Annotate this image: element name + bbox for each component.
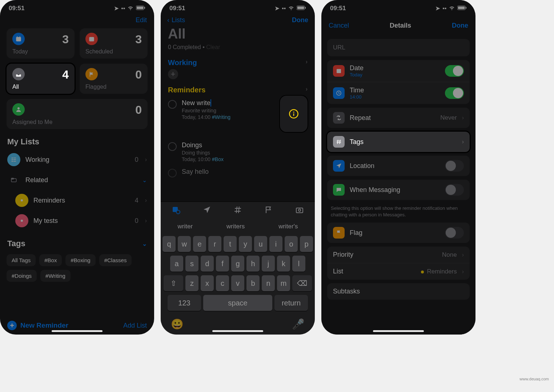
emoji-icon[interactable]: 😀 xyxy=(171,318,184,330)
edit-button[interactable]: Edit xyxy=(136,16,147,24)
key[interactable]: s xyxy=(185,256,198,272)
page-title: All xyxy=(161,25,315,43)
tags-row[interactable]: Tags › xyxy=(327,132,470,152)
info-button[interactable] xyxy=(280,96,308,132)
camera-icon[interactable] xyxy=(295,205,304,216)
list-mytests[interactable]: My tests 0 › xyxy=(0,211,154,231)
tags-header[interactable]: Tags ⌄ xyxy=(0,231,154,251)
smart-list-all[interactable]: 4 All xyxy=(7,64,75,94)
key[interactable]: f xyxy=(216,256,229,272)
repeat-row[interactable]: Repeat Never › xyxy=(327,108,470,128)
key[interactable]: g xyxy=(231,256,244,272)
backspace-key[interactable]: ⌫ xyxy=(292,275,312,291)
home-indicator[interactable] xyxy=(52,330,103,332)
key[interactable]: u xyxy=(254,236,267,252)
flag-icon[interactable] xyxy=(264,205,273,216)
suggestion[interactable]: writer xyxy=(178,223,193,230)
shift-key[interactable]: ⇧ xyxy=(164,275,183,291)
tag-writing[interactable]: #Writing xyxy=(40,270,71,282)
reminder-row[interactable]: Say hello xyxy=(161,165,315,180)
tag-boxing[interactable]: #Boxing xyxy=(65,254,95,266)
completed-line[interactable]: 0 Completed • Clear xyxy=(161,43,315,55)
back-button[interactable]: ‹ Lists xyxy=(167,16,185,24)
home-indicator[interactable] xyxy=(212,330,263,332)
key[interactable]: a xyxy=(170,256,183,272)
priority-row[interactable]: Priority None › xyxy=(327,247,470,263)
reminder-row-editing[interactable]: New write Favorite writing Today, 14:00 … xyxy=(161,96,315,139)
mic-icon[interactable]: 🎤 xyxy=(292,318,305,330)
plus-circle-icon: + xyxy=(7,321,17,330)
cancel-button[interactable]: Cancel xyxy=(329,22,349,29)
add-reminder-inline[interactable]: + xyxy=(168,69,178,79)
calendar-clock-icon[interactable] xyxy=(172,205,180,216)
reminder-row[interactable]: Doings Doing things Today, 10:00 #Box xyxy=(161,139,315,165)
svg-point-22 xyxy=(293,112,294,113)
return-key[interactable]: return xyxy=(274,295,308,311)
add-list-button[interactable]: Add List xyxy=(123,322,147,329)
calendar-icon xyxy=(85,33,98,45)
done-button[interactable]: Done xyxy=(292,16,308,24)
checkbox-circle[interactable] xyxy=(168,169,177,177)
smart-list-today[interactable]: 3 Today xyxy=(7,28,75,59)
key[interactable]: t xyxy=(224,236,237,252)
key[interactable]: k xyxy=(277,256,290,272)
suggestion[interactable]: writers xyxy=(226,223,245,230)
key[interactable]: i xyxy=(269,236,282,252)
new-reminder-button[interactable]: + New Reminder xyxy=(7,321,68,330)
key[interactable]: c xyxy=(216,275,229,291)
home-indicator[interactable] xyxy=(373,330,424,332)
status-bar: 09:51 ➤ ▪▪ xyxy=(321,0,475,13)
key[interactable]: n xyxy=(262,275,275,291)
smart-list-scheduled[interactable]: 3 Scheduled xyxy=(80,28,148,59)
smart-list-assigned[interactable]: 0 Assigned to Me xyxy=(7,99,148,129)
key[interactable]: m xyxy=(277,275,290,291)
key[interactable]: o xyxy=(285,236,298,252)
key[interactable]: h xyxy=(246,256,260,272)
messaging-toggle[interactable] xyxy=(445,184,464,196)
checkbox-circle[interactable] xyxy=(168,100,177,109)
done-button[interactable]: Done xyxy=(452,22,468,29)
numeric-key[interactable]: 123 xyxy=(168,295,201,311)
flag-toggle[interactable] xyxy=(445,227,464,239)
hashtag-icon[interactable] xyxy=(233,205,242,216)
svg-point-27 xyxy=(298,209,301,211)
location-toggle[interactable] xyxy=(445,160,464,172)
key[interactable]: r xyxy=(208,236,221,252)
checkbox-circle[interactable] xyxy=(168,142,177,151)
tag-doings[interactable]: #Doings xyxy=(7,270,37,282)
time-row[interactable]: Time 14:00 xyxy=(327,82,470,104)
messaging-row[interactable]: When Messaging xyxy=(327,180,470,200)
subtasks-row[interactable]: Subtasks xyxy=(327,283,470,300)
tag-classes[interactable]: #Classes xyxy=(99,254,132,266)
key[interactable]: q xyxy=(162,236,176,252)
smart-list-flagged[interactable]: 0 Flagged xyxy=(80,64,148,94)
key[interactable]: x xyxy=(201,275,214,291)
list-reminders[interactable]: Reminders 4 › xyxy=(0,190,154,211)
list-related-folder[interactable]: Related ⌄ xyxy=(0,170,154,190)
key[interactable]: l xyxy=(292,256,305,272)
flag-row[interactable]: Flag xyxy=(327,223,470,243)
key[interactable]: v xyxy=(231,275,244,291)
group-reminders[interactable]: Reminders› xyxy=(161,82,315,96)
url-field[interactable]: URL xyxy=(327,39,470,56)
tag-box[interactable]: #Box xyxy=(39,254,62,266)
list-working[interactable]: Working 0 › xyxy=(0,149,154,170)
key[interactable]: e xyxy=(193,236,206,252)
key[interactable]: w xyxy=(178,236,191,252)
group-working[interactable]: Working› xyxy=(161,55,315,69)
tag-all[interactable]: All Tags xyxy=(7,254,36,266)
space-key[interactable]: space xyxy=(203,295,272,311)
time-toggle[interactable] xyxy=(445,87,464,99)
date-toggle[interactable] xyxy=(445,65,464,77)
list-row[interactable]: List Reminders › xyxy=(327,263,470,280)
key[interactable]: d xyxy=(201,256,214,272)
date-row[interactable]: Date Today xyxy=(327,60,470,82)
key[interactable]: p xyxy=(300,236,313,252)
key[interactable]: j xyxy=(262,256,275,272)
location-icon[interactable] xyxy=(202,205,211,216)
location-row[interactable]: Location xyxy=(327,156,470,176)
key[interactable]: b xyxy=(246,275,260,291)
key[interactable]: y xyxy=(239,236,252,252)
suggestion[interactable]: writer's xyxy=(278,223,298,230)
key[interactable]: z xyxy=(185,275,198,291)
